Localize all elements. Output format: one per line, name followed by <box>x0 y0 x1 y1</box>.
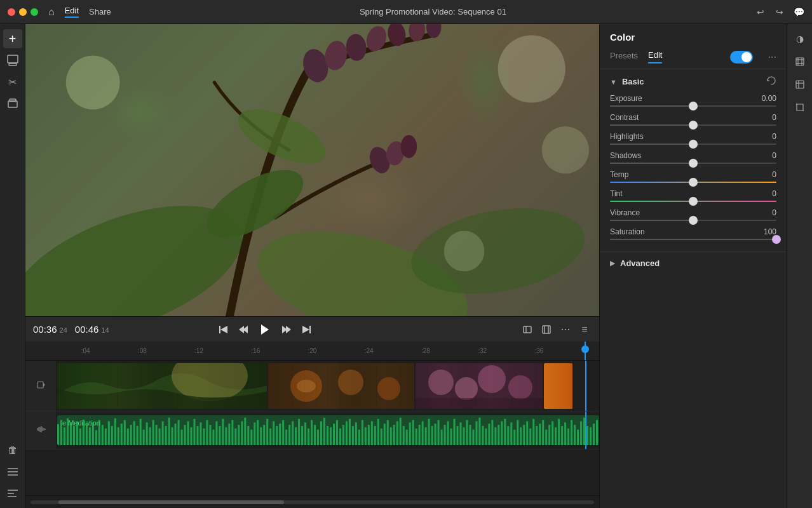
tint-slider[interactable] <box>610 201 776 202</box>
list2-button[interactable] <box>3 484 22 503</box>
svg-point-54 <box>428 370 454 395</box>
svg-point-23 <box>401 135 417 158</box>
svg-rect-78 <box>111 426 113 445</box>
forward-icon[interactable]: ↪ <box>774 6 785 18</box>
vibrance-thumb[interactable] <box>689 216 698 225</box>
back-icon[interactable]: ↩ <box>755 6 766 18</box>
clip-transition[interactable] <box>544 363 572 409</box>
svg-rect-146 <box>327 426 328 445</box>
home-icon[interactable]: ⌂ <box>48 6 55 18</box>
close-button[interactable] <box>8 8 15 16</box>
menu-edit[interactable]: Edit <box>65 6 79 18</box>
svg-point-27 <box>498 36 565 103</box>
svg-rect-134 <box>288 425 290 445</box>
basic-section-reset[interactable] <box>766 76 776 88</box>
svg-rect-127 <box>266 419 268 445</box>
svg-rect-193 <box>475 421 477 445</box>
list1-button[interactable] <box>3 462 22 481</box>
svg-rect-197 <box>488 424 490 445</box>
clip-flowers-closeup[interactable] <box>268 363 414 409</box>
highlights-slider[interactable] <box>610 144 776 145</box>
temp-thumb[interactable] <box>689 178 698 187</box>
play-pause-button[interactable] <box>255 319 275 340</box>
skip-to-start-button[interactable] <box>214 321 232 338</box>
scrollbar-thumb[interactable] <box>58 500 284 504</box>
clip-cherry-blossoms[interactable] <box>416 363 543 409</box>
timeline-scrollbar[interactable] <box>30 500 594 504</box>
basic-section-header[interactable]: ▼ Basic <box>600 69 787 94</box>
clip-landscape[interactable] <box>57 363 267 409</box>
svg-rect-198 <box>491 420 493 445</box>
svg-rect-0 <box>8 55 18 63</box>
add-button[interactable]: + <box>3 29 22 48</box>
contrast-slider[interactable] <box>610 124 776 126</box>
svg-rect-92 <box>156 425 158 445</box>
layers-button[interactable] <box>3 94 22 113</box>
comment-icon[interactable]: 💬 <box>793 6 804 18</box>
svg-point-26 <box>66 55 120 109</box>
svg-rect-204 <box>510 422 512 445</box>
playback-right-controls: ··· ≡ <box>520 323 592 337</box>
menu-share[interactable]: Share <box>89 7 111 17</box>
saturation-slider[interactable] <box>610 239 776 240</box>
color-toggle[interactable] <box>730 51 753 64</box>
titlebar: ⌂ Edit Share Spring Promotional Video: S… <box>0 0 812 24</box>
vibrance-slider[interactable] <box>610 220 776 221</box>
tab-presets[interactable]: Presets <box>610 51 638 63</box>
shadows-thumb[interactable] <box>689 159 698 168</box>
clip-button[interactable] <box>539 323 553 337</box>
highlights-slider-row: Highlights 0 <box>610 132 776 145</box>
tint-thumb[interactable] <box>689 197 698 206</box>
shadows-slider[interactable] <box>610 163 776 164</box>
svg-rect-165 <box>387 420 389 445</box>
svg-rect-179 <box>431 426 433 445</box>
svg-rect-147 <box>330 427 332 445</box>
minimize-button[interactable] <box>19 8 27 16</box>
svg-rect-155 <box>355 422 357 445</box>
svg-rect-73 <box>95 431 97 446</box>
temp-slider[interactable] <box>610 182 776 183</box>
svg-rect-223 <box>571 420 572 445</box>
contrast-thumb[interactable] <box>689 121 698 130</box>
trash-button[interactable]: 🗑 <box>3 441 22 460</box>
crop-button[interactable] <box>790 98 809 117</box>
svg-rect-80 <box>118 427 119 445</box>
skip-to-end-button[interactable] <box>298 321 316 338</box>
current-time-display: 00:36 24 00:46 14 <box>33 324 109 335</box>
tab-edit[interactable]: Edit <box>648 50 662 64</box>
svg-rect-209 <box>526 421 528 445</box>
audio-clip[interactable]: e Meditation <box>57 415 599 445</box>
maximize-button[interactable] <box>30 8 38 16</box>
audio-track-row: e Meditation <box>25 411 599 450</box>
advanced-section[interactable]: ▶ Advanced <box>600 252 787 274</box>
transform-button[interactable] <box>790 52 809 71</box>
more-options-button[interactable]: ··· <box>558 323 572 337</box>
contrast-value: 0 <box>754 113 776 122</box>
more-options-icon[interactable]: ··· <box>768 51 776 63</box>
highlights-thumb[interactable] <box>689 140 698 149</box>
playhead-handle[interactable] <box>581 345 589 353</box>
svg-marker-37 <box>302 326 309 333</box>
fit-frame-button[interactable] <box>520 323 534 337</box>
timeline-scrubber[interactable]: :04 :08 :12 :16 :20 :24 :28 :32 :36 <box>25 342 599 361</box>
media-browser-button[interactable] <box>3 51 22 70</box>
advanced-arrow: ▶ <box>610 259 615 267</box>
info-button[interactable] <box>790 75 809 94</box>
step-back-button[interactable] <box>234 321 252 338</box>
contrast-slider-row: Contrast 0 <box>610 113 776 126</box>
step-forward-button[interactable] <box>278 321 295 338</box>
scissors-button[interactable]: ✂ <box>3 72 22 91</box>
saturation-thumb[interactable] <box>772 235 781 244</box>
svg-rect-149 <box>336 420 338 445</box>
color-wheel-button[interactable]: ◑ <box>790 29 809 48</box>
svg-rect-159 <box>368 425 370 445</box>
scrubber-playhead[interactable] <box>585 342 586 360</box>
svg-rect-237 <box>796 81 804 88</box>
settings-button[interactable]: ≡ <box>578 323 592 337</box>
total-time: 00:46 <box>75 324 99 335</box>
tint-label: Tint <box>610 189 623 198</box>
svg-rect-125 <box>260 427 262 445</box>
exposure-thumb[interactable] <box>689 102 698 110</box>
exposure-slider[interactable] <box>610 105 776 107</box>
color-panel: Color Presets Edit ··· ▼ Basic <box>599 24 787 508</box>
